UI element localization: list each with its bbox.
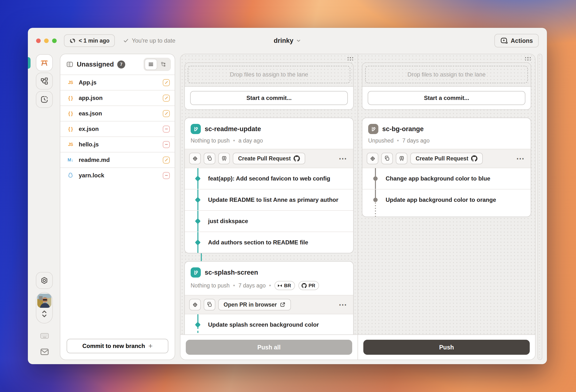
panel-spacer <box>60 183 175 333</box>
commit-list: feat(app): Add second favicon to web con… <box>185 168 353 253</box>
branch-lane-icon <box>368 124 378 134</box>
branch-name: sc-bg-orange <box>382 125 424 133</box>
list-view-button[interactable] <box>144 59 157 70</box>
file-row[interactable]: { } app.json <box>60 90 175 105</box>
start-commit-button[interactable]: Start a commit... <box>190 91 348 105</box>
modified-status-icon <box>163 79 170 86</box>
minimize-window-button[interactable] <box>44 38 49 43</box>
lane-1-scroll-area[interactable]: Drop files to assign to the lane Start a… <box>180 54 357 334</box>
feedback-button[interactable] <box>39 347 50 357</box>
branch-header[interactable]: sc-splash-screen Nothing to push • 7 day… <box>185 261 353 295</box>
composer-bottom: Start a commit... <box>185 86 353 109</box>
file-row[interactable]: { } ex.json <box>60 121 175 136</box>
tree-view-button[interactable] <box>157 59 170 70</box>
start-commit-button[interactable]: Start a commit... <box>368 91 525 105</box>
chevron-down-icon <box>296 38 301 43</box>
fetch-button[interactable]: < 1 min ago <box>64 34 115 47</box>
file-row[interactable]: yarn.lock <box>60 167 175 183</box>
drop-hint: Drop files to assign to the lane <box>188 66 350 83</box>
branch-card-sc-readme-update: sc-readme-update Nothing to push • a day… <box>184 118 354 253</box>
project-selector[interactable]: drinky <box>274 37 301 45</box>
zoom-window-button[interactable] <box>52 38 57 43</box>
commit-marker <box>373 198 378 202</box>
history-clock-icon <box>40 96 48 103</box>
add-dependent-branch-button[interactable] <box>396 153 407 164</box>
lane-1-footer: Push all <box>180 334 357 360</box>
js-file-icon: JS <box>66 80 75 85</box>
push-all-button[interactable]: Push all <box>186 340 352 355</box>
lane-2-scroll-area[interactable]: Drop files to assign to the lane Start a… <box>358 54 535 334</box>
fetch-time-label: < 1 min ago <box>79 37 110 44</box>
lane-drag-handle[interactable] <box>347 57 353 60</box>
copy-branch-name-button[interactable] <box>204 153 215 164</box>
branch-card-sc-splash-screen: sc-splash-screen Nothing to push • 7 day… <box>184 261 354 334</box>
deleted-status-icon <box>163 141 170 148</box>
close-window-button[interactable] <box>36 38 41 43</box>
avatar <box>37 294 51 308</box>
plus-icon: + <box>148 342 153 350</box>
account-switcher[interactable] <box>36 292 53 323</box>
drop-zone[interactable]: Drop files to assign to the lane <box>362 63 531 86</box>
sidebar-item-history[interactable] <box>36 91 53 108</box>
commit-to-new-branch-button[interactable]: Commit to new branch + <box>67 339 168 353</box>
branch-name: sc-splash-screen <box>205 269 258 276</box>
push-button[interactable]: Push <box>363 340 530 355</box>
commit-row[interactable]: Update app background color to orange <box>362 189 531 210</box>
drop-zone[interactable]: Drop files to assign to the lane <box>185 63 353 86</box>
focus-branch-button[interactable] <box>367 153 378 164</box>
copy-branch-name-button[interactable] <box>204 299 215 311</box>
open-pr-in-browser-button[interactable]: Open PR in browser <box>218 299 291 311</box>
sidebar-item-workspace[interactable] <box>36 54 53 71</box>
lane-2-footer: Push <box>358 334 535 360</box>
yarn-file-icon <box>66 172 75 179</box>
commit-row[interactable]: Update README to list Anne as primary au… <box>185 189 353 210</box>
actions-label: Actions <box>511 37 533 44</box>
lanes-container: Drop files to assign to the lane Start a… <box>180 54 536 360</box>
js-file-icon: JS <box>66 142 75 147</box>
file-row[interactable]: JS App.js <box>60 75 175 90</box>
commit-row[interactable]: just diskspace <box>185 210 353 232</box>
branch-menu-button[interactable]: ⋯ <box>337 154 349 163</box>
branch-subtitle: Unpushed • 7 days ago <box>368 137 525 144</box>
branch-header[interactable]: sc-readme-update Nothing to push • a day… <box>185 118 353 149</box>
new-lane-drop-strip[interactable] <box>538 54 542 360</box>
file-row[interactable]: JS hello.js <box>60 136 175 152</box>
drop-hint: Drop files to assign to the lane <box>365 66 528 83</box>
focus-branch-button[interactable] <box>189 299 201 311</box>
commit-row[interactable]: feat(app): Add second favicon to web con… <box>185 168 353 189</box>
file-row[interactable]: { } eas.json <box>60 105 175 121</box>
external-link-icon <box>280 302 286 308</box>
modified-status-icon <box>163 157 170 164</box>
active-tab-indicator <box>28 57 30 69</box>
project-name: drinky <box>274 37 293 45</box>
copy-branch-name-button[interactable] <box>381 153 393 164</box>
commit-row[interactable]: Add authors section to README file <box>185 232 353 253</box>
branch-menu-button[interactable]: ⋯ <box>337 301 349 309</box>
pull-request-badge[interactable]: PR <box>298 281 319 290</box>
branch-menu-button[interactable]: ⋯ <box>514 154 526 163</box>
unassigned-count-badge: 7 <box>117 60 125 69</box>
actions-button[interactable]: Actions <box>494 34 539 48</box>
mail-icon <box>40 347 49 357</box>
file-row[interactable]: M↓ readme.md <box>60 152 175 167</box>
commit-row[interactable]: Change app background color to blue <box>362 168 531 189</box>
app-window: < 1 min ago You're up to date drinky Act… <box>28 28 547 364</box>
branch-time: 7 days ago <box>402 137 430 144</box>
create-pull-request-button[interactable]: Create Pull Request <box>233 153 305 164</box>
keyboard-shortcuts-button[interactable] <box>39 331 50 341</box>
butler-review-badge[interactable]: BR <box>274 281 295 290</box>
branch-lane-icon <box>191 267 201 278</box>
create-pull-request-button[interactable]: Create Pull Request <box>410 153 483 164</box>
split-panel-icon <box>66 61 73 68</box>
github-icon <box>471 155 477 162</box>
commit-composer-card: Drop files to assign to the lane Start a… <box>362 62 531 110</box>
deleted-status-icon <box>163 172 170 179</box>
settings-button[interactable] <box>36 272 53 289</box>
sidebar-item-branches[interactable] <box>36 73 53 90</box>
unassigned-panel: Unassigned 7 JS App.js <box>60 54 175 360</box>
branch-header[interactable]: sc-bg-orange Unpushed • 7 days ago <box>362 118 531 149</box>
focus-branch-button[interactable] <box>189 153 201 164</box>
add-dependent-branch-button[interactable] <box>218 153 230 164</box>
commit-row[interactable]: Update splash screen background color <box>185 314 353 334</box>
lane-drag-handle[interactable] <box>525 57 531 60</box>
